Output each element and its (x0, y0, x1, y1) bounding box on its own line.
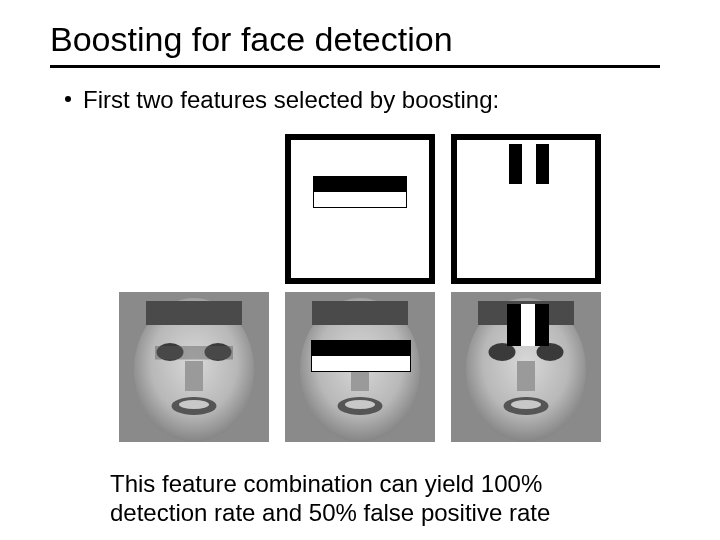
haar-feature-b-overlay-icon (507, 304, 549, 346)
svg-point-8 (179, 400, 209, 409)
svg-rect-11 (312, 301, 408, 325)
svg-rect-5 (155, 346, 233, 360)
feature-figure (115, 128, 605, 448)
slide-title: Boosting for face detection (50, 20, 660, 68)
bullet-item: First two features selected by boosting: (65, 86, 499, 114)
grid-cell-face-feature-b (451, 292, 601, 442)
svg-rect-2 (146, 301, 242, 325)
grid-cell-empty (119, 134, 269, 284)
grid-cell-feature-b (451, 134, 601, 284)
bullet-text: First two features selected by boosting: (83, 86, 499, 114)
svg-point-24 (511, 400, 541, 409)
feature-frame (285, 134, 435, 284)
feature-frame (451, 134, 601, 284)
svg-rect-22 (517, 361, 535, 391)
grid-cell-feature-a (285, 134, 435, 284)
svg-rect-6 (185, 361, 203, 391)
svg-point-16 (345, 400, 375, 409)
grid-cell-face-feature-a (285, 292, 435, 442)
figure-caption: This feature combination can yield 100% … (110, 470, 630, 528)
haar-feature-a-icon (313, 176, 407, 208)
bullet-dot-icon (65, 96, 71, 102)
grid-cell-face (119, 292, 269, 442)
haar-feature-a-overlay-icon (311, 340, 411, 372)
figure-grid (115, 128, 605, 448)
face-image-icon (119, 292, 269, 442)
haar-feature-b-icon (509, 144, 549, 184)
slide: Boosting for face detection First two fe… (0, 0, 720, 540)
